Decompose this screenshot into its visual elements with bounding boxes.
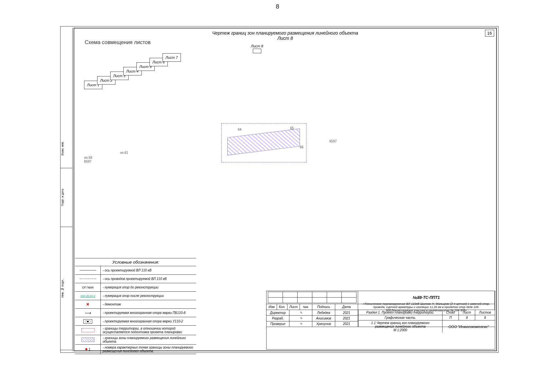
role-name: Лебедев: [312, 310, 335, 315]
support-label: оп.61: [120, 151, 128, 155]
legend-symbol: [75, 335, 101, 344]
legend-description: - границы зоны планируемого размещения л…: [101, 335, 196, 344]
rev-header: Подпись: [312, 304, 335, 310]
role-label: Проверил: [267, 321, 289, 327]
company-name: ООО "Инжгеокомплекс": [442, 320, 495, 333]
title-block: №88-ТС-ППТ1 Изм Кол. Лист №к. Подпись Да…: [266, 291, 495, 350]
legend-row: - ось проектируемой ВЛ 110 кВ: [75, 266, 196, 275]
sheet-chain: Лист 1 Лист 2 Лист 3 Лист 4 Лист 5 Лист …: [84, 51, 189, 90]
node-number: 65: [290, 126, 294, 130]
legend-row: ×- демонтаж: [75, 300, 196, 309]
legend-symbol: [75, 326, 101, 335]
col-header: Листов: [475, 310, 495, 315]
drawing-sheet: Взам. инв. Подп. и дата Инв. № подл. 16 …: [60, 26, 498, 353]
support-label: К597: [84, 160, 92, 163]
support-label: К597: [329, 139, 337, 143]
legend-description: - номера характерных точек границы зоны …: [101, 345, 196, 354]
legend-row: - ось проводов проектируемой ВЛ 110 кВ: [75, 275, 196, 283]
legend-symbol: 1: [75, 345, 101, 354]
role-year: 2021: [335, 310, 358, 315]
legend-symbol: [75, 266, 101, 274]
role-label: Разраб.: [267, 316, 289, 321]
col-header: Лист: [459, 310, 475, 315]
legend-rows: - ось проектируемой ВЛ 110 кВ- ось прово…: [75, 266, 196, 354]
legend-symbol: □■□: [75, 317, 101, 325]
scheme-title: Схема совмещения листов: [85, 40, 151, 45]
rev-header: Изм: [267, 304, 277, 310]
legend: Условные обозначения: - ось проектируемо…: [75, 258, 196, 350]
legend-row: ⟶- проектируемая многогранная опора марк…: [75, 309, 196, 317]
object-description: «Техническое перевооружение ВЛ-110кВ Шил…: [358, 304, 495, 310]
role-year: 2021: [335, 321, 358, 327]
side-tab: Подп. и дата: [60, 168, 73, 227]
node-number: 66: [300, 145, 304, 149]
legend-row: □■□- проектируемая многогранная опора ма…: [75, 317, 196, 326]
side-tab: Взам. инв.: [60, 129, 73, 168]
drawing-name: 1.1 Чертеж границ зон планируемого: [371, 321, 429, 325]
rev-header: №к.: [300, 304, 312, 310]
drawing-title: Чертеж границ зон планируемого размещени…: [74, 30, 496, 36]
plan-area: оп.59 К597 оп.61 64 65 66 К597: [81, 120, 490, 185]
node-number: 64: [238, 128, 241, 131]
section-sub: Графическая часть.: [358, 315, 442, 320]
legend-symbol: [75, 275, 101, 283]
legend-description: - проектируемая многогранная опора марки…: [101, 309, 196, 317]
legend-row: 1- номера характерных точек границы зоны…: [75, 345, 196, 354]
side-tab: Инв. № подл.: [60, 227, 73, 350]
inner-frame: 16 Чертеж границ зон планируемого размещ…: [74, 28, 497, 351]
role-name: Хренунов: [312, 321, 335, 327]
section-title: Раздел 1. Проект планировки территории.: [358, 310, 442, 315]
sheets-value: 8: [475, 315, 495, 320]
legend-symbol: ОП №94: [75, 283, 101, 291]
current-sheet-indicator: Лист 8: [251, 44, 263, 53]
legend-symbol: 194 d110-2: [75, 292, 101, 300]
legend-title: Условные обозначения:: [75, 258, 196, 266]
rev-header: Лист: [287, 304, 300, 310]
role-label: Директор: [267, 310, 289, 315]
page-number: 8: [276, 3, 279, 10]
stage-value: П: [442, 315, 459, 320]
legend-description: - проектируемая многогранная опора марки…: [101, 317, 196, 325]
role-year: 2021: [335, 316, 358, 321]
support-label: оп.59: [84, 156, 92, 159]
legend-description: - нумерация опор после реконструкции: [101, 292, 196, 300]
side-tabs: Взам. инв. Подп. и дата Инв. № подл.: [60, 28, 73, 351]
legend-description: - нумерация опор до реконструкции: [101, 283, 196, 291]
legend-description: - ось проектируемой ВЛ 110 кВ: [101, 266, 196, 274]
drawing-name: размещения линейного объекта: [375, 325, 425, 328]
legend-row: 194 d110-2- нумерация опор после реконст…: [75, 292, 196, 300]
sheet-value: 8: [459, 315, 475, 320]
col-header: Стад: [442, 310, 459, 315]
chain-box: Лист 7: [163, 53, 181, 62]
rev-header: Дата: [335, 304, 358, 310]
legend-row: - границы территории, в отношении которо…: [75, 326, 196, 335]
rev-header: Кол.: [277, 304, 287, 310]
signature: ✎: [289, 316, 312, 321]
legend-row: - границы зоны планируемого размещения л…: [75, 335, 196, 345]
legend-symbol: ⟶: [75, 309, 101, 317]
legend-description: - границы территории, в отношении которо…: [101, 326, 196, 335]
legend-description: - ось проводов проектируемой ВЛ 110 кВ: [101, 275, 196, 283]
signature: ✎: [289, 321, 312, 327]
legend-row: ОП №94- нумерация опор до реконструкции: [75, 283, 196, 292]
role-name: Анисимов: [312, 316, 335, 321]
scale: М 1:2000: [393, 328, 407, 332]
legend-symbol: ×: [75, 300, 101, 308]
signature: ✎: [289, 310, 312, 315]
legend-description: - демонтаж: [101, 300, 196, 308]
